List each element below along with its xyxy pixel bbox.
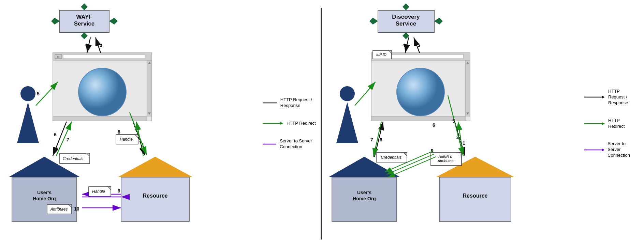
svg-marker-32 <box>118 157 193 177</box>
svg-text:3: 3 <box>100 43 102 48</box>
svg-text:Credentials: Credentials <box>63 156 84 161</box>
main-container: ⇔ <box>0 0 644 247</box>
svg-text:WAYF: WAYF <box>76 14 92 20</box>
svg-marker-25 <box>81 32 88 39</box>
http-request-arrow-r <box>584 95 605 99</box>
legend-redirect-label: HTTP Redirect <box>287 121 316 126</box>
svg-text:4: 4 <box>402 43 405 48</box>
svg-text:AuthN &: AuthN & <box>438 154 453 158</box>
http-request-arrow <box>263 101 277 105</box>
http-redirect-arrow-r <box>584 121 605 126</box>
svg-text:6: 6 <box>54 132 57 137</box>
svg-text:Resource: Resource <box>143 193 168 199</box>
svg-rect-33 <box>121 177 189 221</box>
svg-text:4: 4 <box>85 43 87 48</box>
svg-marker-100 <box>336 102 358 143</box>
legend-http-redirect-r: HTTPRedirect <box>584 118 639 129</box>
svg-marker-27 <box>17 102 39 143</box>
svg-marker-140 <box>602 149 604 151</box>
svg-text:10: 10 <box>74 206 79 212</box>
svg-rect-83 <box>465 60 470 116</box>
svg-text:8: 8 <box>118 129 120 135</box>
svg-point-26 <box>20 86 35 101</box>
svg-text:Handle: Handle <box>120 137 133 142</box>
svg-text:Service: Service <box>396 20 416 27</box>
legend-http-request-r: HTTPRequest /Response <box>584 89 639 106</box>
legend-server-label: Server to Server Connection <box>280 138 317 150</box>
legend-server-connection: Server to Server Connection <box>263 138 317 150</box>
svg-line-114 <box>405 37 409 53</box>
svg-text:Attributes: Attributes <box>437 159 454 163</box>
legend-server-label-r: Server to ServerConnection <box>608 141 639 158</box>
svg-rect-5 <box>147 60 152 116</box>
svg-marker-24 <box>109 18 118 25</box>
svg-marker-22 <box>81 3 88 10</box>
svg-marker-93 <box>369 18 378 25</box>
legend-redirect-label-r: HTTPRedirect <box>608 118 625 129</box>
legend-left: HTTP Request / Response HTTP Redirect Se… <box>259 0 321 247</box>
svg-text:5: 5 <box>452 118 455 124</box>
svg-text:Credentials: Credentials <box>381 155 402 160</box>
svg-point-10 <box>78 68 126 116</box>
svg-point-99 <box>340 86 355 101</box>
svg-text:9: 9 <box>431 148 434 153</box>
svg-text:7: 7 <box>370 137 373 142</box>
legend-right: HTTPRequest /Response HTTPRedirect Serve… <box>581 0 642 247</box>
wayf-svg: ⇔ <box>0 0 259 247</box>
discovery-diagram: ⇔ Discovery Service IdP ID <box>322 0 581 247</box>
svg-rect-106 <box>439 177 511 221</box>
svg-text:5: 5 <box>37 91 40 96</box>
svg-line-45 <box>53 122 67 156</box>
svg-rect-86 <box>371 116 465 121</box>
svg-text:Home Org: Home Org <box>33 196 56 201</box>
legend-http-request: HTTP Request / Response <box>263 97 317 109</box>
svg-text:User's: User's <box>357 190 371 195</box>
discovery-svg: ⇔ Discovery Service IdP ID <box>322 0 581 247</box>
svg-marker-71 <box>280 122 283 125</box>
svg-text:8: 8 <box>380 137 382 142</box>
svg-text:Resource: Resource <box>463 193 488 199</box>
server-connection-arrow-r <box>584 148 604 152</box>
svg-text:User's: User's <box>37 190 52 195</box>
legend-server-connection-r: Server to ServerConnection <box>584 141 639 158</box>
svg-rect-4 <box>63 55 145 59</box>
svg-marker-92 <box>402 3 409 10</box>
svg-marker-138 <box>602 122 605 125</box>
wayf-diagram: ⇔ <box>0 0 259 247</box>
svg-text:6: 6 <box>433 122 435 128</box>
svg-text:IdP ID: IdP ID <box>376 52 386 57</box>
server-connection-arrow <box>263 142 276 146</box>
svg-text:⇔: ⇔ <box>57 55 60 59</box>
svg-text:Handle: Handle <box>92 189 105 194</box>
svg-marker-94 <box>434 18 443 25</box>
svg-line-47 <box>56 122 72 156</box>
svg-marker-23 <box>51 18 60 25</box>
svg-text:3: 3 <box>418 43 421 48</box>
svg-text:1: 1 <box>463 140 465 146</box>
svg-marker-136 <box>602 96 605 98</box>
svg-text:9: 9 <box>118 188 120 194</box>
legend-http-redirect: HTTP Redirect <box>263 121 317 126</box>
svg-text:7: 7 <box>67 137 69 142</box>
svg-line-41 <box>87 37 90 53</box>
svg-text:Discovery: Discovery <box>392 14 420 20</box>
svg-text:Service: Service <box>74 20 95 27</box>
svg-text:Home Org: Home Org <box>353 196 376 201</box>
legend-http-label-r: HTTPRequest /Response <box>608 89 628 106</box>
svg-rect-82 <box>381 55 463 59</box>
legend-http-label: HTTP Request / Response <box>280 97 317 109</box>
svg-point-88 <box>397 68 444 116</box>
http-redirect-arrow <box>263 121 283 126</box>
svg-text:Attributes: Attributes <box>50 207 68 212</box>
